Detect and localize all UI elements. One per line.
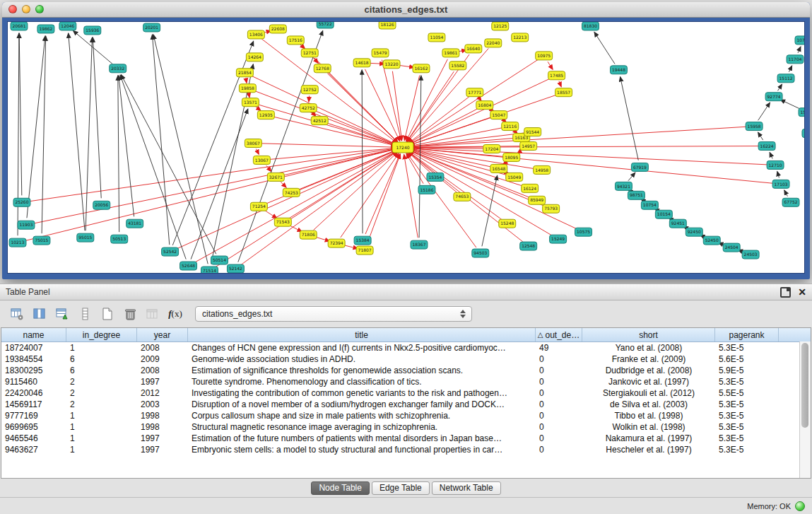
table-selector-dropdown[interactable]: citations_edges.txt — [195, 306, 472, 322]
graph-node[interactable]: 12548 — [520, 242, 537, 250]
graph-node[interactable]: 12710 — [767, 160, 784, 169]
table-row[interactable]: 969969511998Structural magnetic resonanc… — [1, 421, 811, 433]
graph-node[interactable]: 14104 — [802, 129, 804, 138]
graph-node[interactable]: 94503 — [472, 249, 489, 257]
graph-node[interactable]: 17771 — [466, 88, 483, 97]
graph-node[interactable]: 92450 — [686, 228, 702, 236]
table-settings-button[interactable] — [7, 304, 27, 324]
graph-node[interactable]: 15354 — [427, 173, 444, 181]
graph-node[interactable]: 42752 — [300, 104, 317, 112]
graph-node[interactable]: 42512 — [311, 117, 328, 125]
graph-node[interactable]: 15049 — [506, 173, 523, 181]
close-panel-icon[interactable]: ✕ — [798, 288, 806, 296]
graph-node[interactable]: 71514 — [201, 267, 218, 273]
table-vertical-scrollbar[interactable] — [799, 341, 811, 478]
import-table-button[interactable] — [52, 304, 72, 324]
graph-node[interactable]: 52450 — [703, 236, 720, 245]
graph-node[interactable]: 19858 — [239, 84, 256, 93]
graph-node[interactable]: 15958 — [746, 122, 763, 131]
column-header-short[interactable]: short — [582, 328, 715, 341]
graph-node[interactable]: 94321 — [615, 182, 632, 190]
graph-node[interactable]: 16124 — [522, 184, 539, 192]
graph-node[interactable]: 71806 — [300, 230, 317, 239]
graph-node[interactable]: 71254 — [250, 202, 267, 211]
graph-node[interactable]: 15582 — [449, 62, 466, 70]
graph-node[interactable]: 52142 — [227, 264, 244, 273]
graph-node[interactable]: 13406 — [247, 30, 264, 39]
delete-table-button[interactable] — [120, 304, 140, 324]
graph-node[interactable]: 12752 — [301, 86, 318, 94]
graph-node[interactable]: 43181 — [126, 219, 143, 228]
graph-node[interactable]: 22608 — [269, 25, 286, 33]
column-header-in_degree[interactable]: in_degree — [66, 328, 137, 341]
float-panel-icon[interactable] — [780, 287, 791, 298]
graph-node[interactable]: 17204 — [483, 145, 500, 153]
table-row[interactable]: 1830029562008Estimation of significance … — [1, 365, 811, 376]
graph-node[interactable]: 14264 — [246, 53, 263, 62]
graph-node[interactable]: 16548 — [490, 164, 507, 173]
graph-node[interactable]: 20056 — [93, 201, 110, 209]
graph-node[interactable]: 12125 — [492, 22, 509, 30]
hub-node[interactable]: 17240 — [392, 142, 413, 153]
graph-node[interactable]: 21854 — [236, 69, 253, 77]
graph-node[interactable]: 25260 — [13, 198, 30, 206]
table-row[interactable]: 1456911722003Disruption of a novel membe… — [1, 399, 811, 410]
graph-node[interactable]: 92774 — [765, 93, 782, 101]
new-table-button[interactable] — [98, 304, 117, 324]
graph-node[interactable]: 10754 — [641, 201, 658, 209]
graph-node[interactable]: 85949 — [529, 196, 546, 204]
table-row[interactable]: 1938455462009Genome-wide association stu… — [1, 354, 811, 365]
graph-node[interactable]: 75015 — [33, 236, 50, 245]
graph-node[interactable]: 10975 — [536, 52, 553, 60]
graph-node[interactable]: 19862 — [37, 25, 54, 33]
graph-node[interactable]: 32671 — [267, 173, 284, 181]
graph-node[interactable]: 15249 — [550, 235, 567, 243]
table-row[interactable]: 977716911998Corpus callosum shape and si… — [1, 410, 811, 421]
graph-node[interactable]: 16804 — [476, 101, 493, 110]
show-columns-button[interactable] — [30, 304, 49, 324]
tab-network-table[interactable]: Network Table — [432, 481, 501, 495]
graph-node[interactable]: 67752 — [782, 198, 799, 206]
graph-node[interactable]: 74653 — [454, 192, 471, 201]
column-header-name[interactable]: name — [1, 328, 66, 341]
graph-node[interactable]: 12751 — [301, 49, 318, 57]
graph-node[interactable]: 71543 — [274, 218, 291, 226]
tab-edge-table[interactable]: Edge Table — [372, 481, 430, 495]
graph-node[interactable]: 12768 — [314, 64, 331, 73]
graph-node[interactable]: 15112 — [777, 74, 794, 83]
graph-node[interactable]: 92451 — [669, 219, 686, 228]
minimize-window-button[interactable] — [22, 5, 30, 13]
graph-node[interactable]: 24504 — [723, 243, 740, 252]
graph-node[interactable]: 52648 — [180, 262, 197, 270]
graph-node[interactable]: 11704 — [787, 55, 804, 64]
graph-node[interactable]: 20201 — [143, 23, 160, 32]
graph-node[interactable]: 74253 — [283, 188, 300, 197]
graph-node[interactable]: 18367 — [411, 240, 428, 249]
merge-table-button[interactable] — [143, 304, 163, 324]
graph-node[interactable]: 17516 — [287, 36, 304, 45]
graph-node[interactable]: 38067 — [245, 139, 261, 148]
graph-node[interactable]: 20332 — [110, 64, 126, 73]
graph-node[interactable]: 75793 — [543, 204, 560, 213]
window-titlebar[interactable]: citations_edges.txt — [2, 2, 810, 18]
graph-node[interactable]: 19448 — [610, 66, 627, 74]
close-window-button[interactable] — [8, 5, 17, 13]
graph-node[interactable]: 11903 — [18, 221, 35, 229]
graph-node[interactable]: 12213 — [512, 33, 529, 42]
graph-node[interactable]: 67919 — [631, 163, 648, 171]
graph-node[interactable]: 13571 — [242, 98, 259, 107]
table-row[interactable]: 1872400712008Changes of HCN gene express… — [1, 342, 811, 354]
table-row[interactable]: 911546021997Tourette syndrome. Phenomeno… — [1, 376, 811, 387]
graph-node[interactable]: 10154 — [655, 210, 672, 218]
graph-node[interactable]: 19861 — [442, 49, 459, 57]
graph-node[interactable]: 71807 — [356, 246, 373, 255]
graph-node[interactable]: 81830 — [582, 22, 599, 30]
graph-node[interactable]: 15384 — [354, 236, 371, 245]
column-header-out_de[interactable]: △out_de… — [536, 328, 582, 341]
table-row[interactable]: 946554611997Estimation of the future num… — [1, 433, 811, 444]
add-rows-button[interactable] — [75, 304, 95, 324]
graph-node[interactable]: 12116 — [502, 122, 519, 131]
network-canvas[interactable]: 1724013406226081751612751127681426421854… — [8, 22, 804, 273]
column-header-title[interactable]: title — [188, 328, 536, 341]
graph-node[interactable]: 10575 — [575, 228, 592, 236]
